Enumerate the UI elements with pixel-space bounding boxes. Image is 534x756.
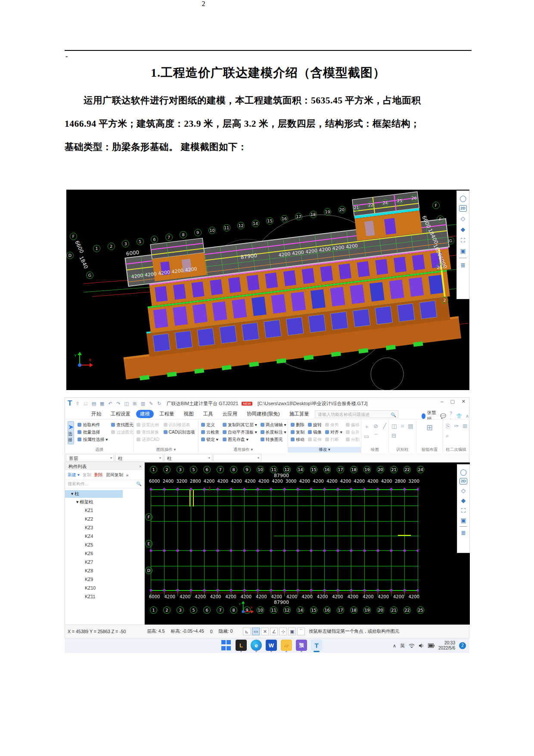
rect-draw-icon[interactable]: ▭ [252, 628, 260, 635]
function-search-input[interactable]: 请输入功能名称或问题描述 🔍 [315, 410, 398, 418]
ribbon-button[interactable]: 批量选择 [78, 429, 108, 435]
import-icon[interactable]: ⇧ [75, 401, 80, 406]
ribbon-button[interactable]: 查找替换 [137, 429, 160, 435]
circle-tool-icon[interactable]: ⊘ [373, 423, 379, 431]
clock[interactable]: 20:33 2022/5/6 [438, 640, 455, 651]
ribbon-tab[interactable]: 工具 [199, 410, 217, 418]
display-settings-icon[interactable]: ≣ [459, 529, 467, 537]
notification-badge[interactable]: 2 [459, 642, 466, 649]
undo-icon[interactable]: ↶ [107, 401, 113, 406]
copy-component-button[interactable]: 复制 [83, 472, 91, 478]
paint-icon[interactable]: ✑ [454, 423, 459, 430]
angle-snap-icon[interactable]: ∠ [270, 628, 278, 635]
tree-item-kz[interactable]: KZ8 [65, 567, 144, 575]
context-dropdown[interactable]: 柱 [164, 454, 212, 462]
ribbon-tab[interactable]: 协同建模(限免) [243, 410, 284, 418]
tree-item-kz[interactable]: KZ2 [65, 515, 144, 524]
ribbon-button[interactable]: 分割 [346, 437, 360, 443]
query-icon[interactable]: ⌕ [446, 432, 450, 439]
plan-view-canvas[interactable]: 1235678910111214151617181920212224 87900… [145, 462, 470, 625]
ribbon-tab[interactable]: 视图 [180, 410, 198, 418]
ribbon-button[interactable]: 自动平齐顶板 ▾ [223, 429, 257, 435]
ribbon-tab[interactable]: 施工算量 [286, 410, 313, 418]
ribbon-button[interactable]: 拾取构件 [78, 422, 108, 428]
element-snap-icon[interactable]: ▣ [288, 628, 296, 635]
new-file-icon[interactable]: □ [83, 401, 88, 406]
orbit-icon[interactable]: ◯ [459, 194, 467, 202]
input-language-indicator[interactable]: 英 [400, 643, 405, 649]
tree-item-kz[interactable]: KZ5 [65, 541, 144, 550]
ribbon-tab[interactable]: 开始 [87, 410, 105, 418]
tree-item-kz[interactable]: KZ10 [65, 584, 144, 593]
ribbon-button[interactable]: 复制到其它层 ▾ [223, 422, 257, 428]
table-icon[interactable]: ▥ [140, 401, 146, 406]
copy-attr-icon[interactable]: ⎘ [446, 423, 450, 430]
point-tool-icon[interactable]: ＋ [364, 423, 369, 431]
ribbon-button[interactable]: 镜像 [308, 429, 322, 435]
ribbon-tab[interactable]: 建模 [136, 410, 154, 418]
arc-tool-icon[interactable]: ⌒ [373, 433, 379, 441]
skin-icon[interactable]: 👕 [456, 413, 462, 419]
hidden-icons-chevron[interactable]: ∧ [393, 643, 396, 649]
line-tool-icon[interactable]: ╱ [383, 423, 386, 431]
ribbon-button[interactable]: 转换图元 [261, 437, 286, 443]
2d-view-icon[interactable]: 2D [459, 478, 467, 484]
new-component-button[interactable]: 新建 ▾ [68, 472, 80, 478]
search-icon[interactable]: 🔍 [391, 411, 396, 419]
delete-component-button[interactable]: 删除 [94, 472, 103, 478]
arc-snap-icon[interactable]: ⌒ [297, 628, 305, 635]
open-file-icon[interactable]: ▤ [91, 401, 96, 406]
battery-icon[interactable] [428, 644, 435, 648]
tree-node-frame-column[interactable]: ▾ 框架柱 [65, 498, 144, 506]
tree-item-kz[interactable]: KZ6 [65, 550, 144, 558]
select-tool-button[interactable]: ➤ 选择 [68, 421, 74, 444]
rect-tool-icon[interactable]: ▭ [364, 433, 369, 441]
ribbon-button[interactable]: 偏移 [346, 422, 360, 428]
ribbon-button[interactable]: 合并 [346, 429, 360, 435]
context-dropdown[interactable]: 首层 [66, 454, 114, 462]
identify-table-icon[interactable]: ▤ [408, 423, 413, 430]
ribbon-button[interactable]: 复制 [291, 429, 304, 435]
ribbon-button[interactable]: 过滤图元 [111, 429, 134, 435]
ribbon-button[interactable]: 图元存盘 ▾ [223, 437, 257, 443]
select-region-icon[interactable]: ⛶ [459, 236, 467, 244]
isolate-cube-icon[interactable]: ▣ [459, 247, 467, 255]
tree-item-kz[interactable]: KZ9 [65, 575, 144, 584]
ribbon-button[interactable]: 云检查 [201, 429, 219, 435]
ribbon-button[interactable]: 移动 [291, 437, 304, 443]
more-icon[interactable]: » [126, 473, 129, 478]
view-icon[interactable]: ◫ [124, 401, 129, 406]
wifi-icon[interactable] [409, 643, 415, 648]
save-icon[interactable]: ▦ [99, 401, 105, 406]
orbit-icon[interactable]: ◯ [459, 468, 467, 476]
ribbon-tab[interactable]: 工程设置 [107, 410, 134, 418]
ribbon-button[interactable]: 长度标注 ▾ [261, 429, 286, 435]
context-dropdown[interactable] [213, 454, 261, 462]
2d-view-icon[interactable]: 2D [459, 205, 467, 212]
gtj-app-icon[interactable]: T [311, 640, 322, 651]
identify-edge-icon[interactable]: ⌗ [401, 423, 404, 430]
context-dropdown[interactable]: 柱 [115, 454, 163, 462]
component-search-input[interactable]: 搜索构件... 🔍 [65, 480, 144, 488]
tree-item-kz[interactable]: KZ7 [65, 558, 144, 567]
grid-edit-icon[interactable]: ⊞ [463, 423, 467, 430]
cube-wireframe-icon[interactable]: ◇ [459, 215, 467, 222]
identify-filter-icon[interactable]: ⊟ [391, 432, 397, 439]
ribbon-button[interactable]: 两点辅轴 ▾ [261, 422, 286, 428]
cross-snap-icon[interactable]: ✕ [261, 628, 269, 635]
copy-between-floors-button[interactable]: 层间复制 [106, 472, 123, 478]
cube-wireframe-icon[interactable]: ◇ [459, 487, 467, 494]
explorer-icon[interactable]: L [236, 640, 247, 651]
ribbon-button[interactable]: 锁定 ▾ [201, 437, 219, 443]
tree-item-kz[interactable]: KZ3 [65, 524, 144, 532]
close-button[interactable]: ✕ [462, 399, 466, 404]
minimize-button[interactable]: – [441, 399, 443, 404]
isolate-cube-icon[interactable]: ▣ [459, 516, 467, 524]
tree-node-column[interactable]: ▾ 柱 [65, 490, 123, 498]
tree-item-kz[interactable]: KZ11 [65, 593, 144, 601]
display-settings-icon[interactable]: ≣ [459, 261, 467, 269]
preview-app-icon[interactable]: 预 [296, 640, 307, 651]
ribbon-button[interactable]: 旋转 [308, 422, 322, 428]
volume-icon[interactable] [419, 643, 424, 648]
word-icon[interactable]: W [266, 640, 277, 651]
